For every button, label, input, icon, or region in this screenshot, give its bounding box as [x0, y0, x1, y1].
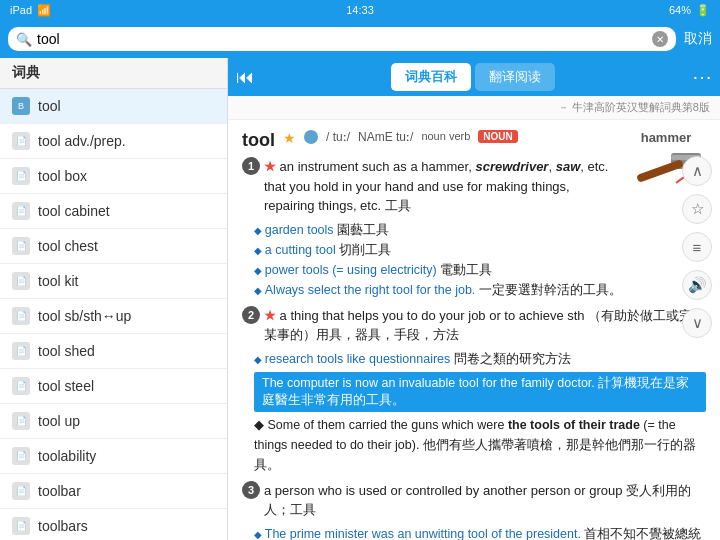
sidebar-items-container: Btool📄tool adv./prep.📄tool box📄tool cabi…: [0, 89, 227, 540]
sidebar-item-label-toolbars: toolbars: [38, 518, 88, 534]
def-row-2: 2 ★ a thing that helps you to do your jo…: [242, 306, 706, 345]
battery-icon: 🔋: [696, 4, 710, 17]
sidebar-item-icon-tool-chest: 📄: [12, 237, 30, 255]
svg-rect-2: [636, 159, 684, 183]
sidebar-item-icon-tool-up: 📄: [12, 412, 30, 430]
noun-badge: NOUN: [478, 130, 517, 143]
bullet-1-3: power tools (= using electricity) 電動工具: [242, 260, 706, 280]
def-star-1: ★: [264, 159, 276, 174]
sidebar-item-label-tool-steel: tool steel: [38, 378, 94, 394]
content-area: ⏮ 词典百科 翻译阅读 ⋯ － 牛津高阶英汉雙解詞典第8版 hammer: [228, 58, 720, 540]
audio-uk-icon[interactable]: [304, 130, 318, 144]
wifi-icon: 📶: [37, 4, 51, 17]
tab-dict[interactable]: 词典百科: [391, 63, 471, 91]
tab-group: 词典百科 翻译阅读: [391, 63, 555, 91]
sidebar-item-icon-tool: B: [12, 97, 30, 115]
sidebar-item-tool[interactable]: Btool: [0, 89, 227, 124]
entry-1-header: tool ★ / tuː/ NAmE tuː/ noun verb NOUN: [242, 130, 616, 151]
def-number-2: 2: [242, 306, 260, 324]
time-label: 14:33: [346, 4, 374, 16]
sidebar-item-icon-tool-shed: 📄: [12, 342, 30, 360]
sidebar-item-label-tool-up: tool up: [38, 413, 80, 429]
sidebar-item-tool-up[interactable]: 📄tool up: [0, 404, 227, 439]
list-button[interactable]: ≡: [682, 232, 712, 262]
status-right: 64% 🔋: [669, 4, 710, 17]
audio-button[interactable]: 🔊: [682, 270, 712, 300]
sidebar-item-icon-tool-kit: 📄: [12, 272, 30, 290]
sidebar-item-icon-toolbar: 📄: [12, 482, 30, 500]
sidebar-item-tool-steel[interactable]: 📄tool steel: [0, 369, 227, 404]
star-button[interactable]: ☆: [682, 194, 712, 224]
status-left: iPad 📶: [10, 4, 51, 17]
def-text-2: ★ a thing that helps you to do your job …: [264, 306, 706, 345]
sidebar-item-tool-chest[interactable]: 📄tool chest: [0, 229, 227, 264]
entry-1-word: tool: [242, 130, 275, 151]
bullet-1-1: garden tools 園藝工具: [242, 220, 706, 240]
sidebar-item-tool-adv[interactable]: 📄tool adv./prep.: [0, 124, 227, 159]
sidebar-item-label-tool-sbsthup: tool sb/sth↔up: [38, 308, 131, 324]
highlight-2-2: The computer is now an invaluable tool f…: [254, 372, 706, 412]
bullet-1-4: Always select the right tool for the job…: [242, 280, 706, 300]
def-text-3: a person who is used or controlled by an…: [264, 481, 706, 520]
battery-label: 64%: [669, 4, 691, 16]
sidebar-item-label-tool: tool: [38, 98, 61, 114]
bullet-2-3: ◆ Some of them carried the guns which we…: [242, 415, 706, 475]
sidebar-item-icon-tool-box: 📄: [12, 167, 30, 185]
carrier-label: iPad: [10, 4, 32, 16]
bullet-3-1: The prime minister was an unwitting tool…: [242, 524, 706, 541]
sidebar-item-icon-toolability: 📄: [12, 447, 30, 465]
status-bar: iPad 📶 14:33 64% 🔋: [0, 0, 720, 20]
sidebar-item-label-tool-kit: tool kit: [38, 273, 78, 289]
cancel-button[interactable]: 取消: [684, 30, 712, 48]
sidebar-item-toolability[interactable]: 📄toolability: [0, 439, 227, 474]
def-number-1: 1: [242, 157, 260, 175]
entry-1-pron-us: NAmE tuː/: [358, 130, 413, 144]
def-number-3: 3: [242, 481, 260, 499]
sidebar-header: 词典: [0, 58, 227, 89]
top-tabs-bar: ⏮ 词典百科 翻译阅读 ⋯: [228, 58, 720, 96]
clear-button[interactable]: ✕: [652, 31, 668, 47]
scroll-down-button[interactable]: ∨: [682, 308, 712, 338]
sidebar-item-label-tool-cabinet: tool cabinet: [38, 203, 110, 219]
main-layout: 词典 Btool📄tool adv./prep.📄tool box📄tool c…: [0, 58, 720, 540]
sidebar-item-icon-tool-adv: 📄: [12, 132, 30, 150]
sidebar-item-tool-cabinet[interactable]: 📄tool cabinet: [0, 194, 227, 229]
sidebar-item-label-toolability: toolability: [38, 448, 96, 464]
sidebar-item-icon-tool-steel: 📄: [12, 377, 30, 395]
tab-translate[interactable]: 翻译阅读: [475, 63, 555, 91]
sidebar-item-label-tool-shed: tool shed: [38, 343, 95, 359]
def-row-1: 1 ★ an instrument such as a hammer, scre…: [242, 157, 616, 216]
sidebar-item-label-toolbar: toolbar: [38, 483, 81, 499]
sidebar-item-label-tool-adv: tool adv./prep.: [38, 133, 126, 149]
hammer-label: hammer: [626, 130, 706, 145]
sidebar-item-toolbar[interactable]: 📄toolbar: [0, 474, 227, 509]
sidebar-item-icon-toolbars: 📄: [12, 517, 30, 535]
search-icon: 🔍: [16, 32, 32, 47]
sidebar-item-tool-box[interactable]: 📄tool box: [0, 159, 227, 194]
def-text-1: ★ an instrument such as a hammer, screwd…: [264, 157, 616, 216]
def-row-3: 3 a person who is used or controlled by …: [242, 481, 706, 520]
right-action-buttons: ∧ ☆ ≡ 🔊 ∨: [682, 156, 712, 338]
dict-source-1: － 牛津高阶英汉雙解詞典第8版: [228, 96, 720, 120]
scroll-up-button[interactable]: ∧: [682, 156, 712, 186]
sidebar-item-tool-shed[interactable]: 📄tool shed: [0, 334, 227, 369]
sidebar: 词典 Btool📄tool adv./prep.📄tool box📄tool c…: [0, 58, 228, 540]
more-icon[interactable]: ⋯: [692, 65, 712, 89]
sidebar-item-tool-kit[interactable]: 📄tool kit: [0, 264, 227, 299]
collapse-icon[interactable]: ⏮: [236, 67, 254, 88]
search-input[interactable]: [37, 31, 647, 47]
def-star-2: ★: [264, 308, 276, 323]
search-input-wrapper: 🔍 ✕: [8, 27, 676, 51]
sidebar-item-tool-sbsthup[interactable]: 📄tool sb/sth↔up: [0, 299, 227, 334]
bullet-1-2: a cutting tool 切削工具: [242, 240, 706, 260]
sidebar-item-label-tool-box: tool box: [38, 168, 87, 184]
bullet-2-1: research tools like questionnaires 問卷之類的…: [242, 349, 706, 369]
sidebar-item-icon-tool-cabinet: 📄: [12, 202, 30, 220]
dict-content: － 牛津高阶英汉雙解詞典第8版 hammer: [228, 96, 720, 540]
sidebar-item-toolbars[interactable]: 📄toolbars: [0, 509, 227, 540]
content-wrapper: － 牛津高阶英汉雙解詞典第8版 hammer: [228, 96, 720, 540]
entry-1-pos: noun verb: [421, 130, 470, 142]
entry-1-pron-uk: / tuː/: [326, 130, 350, 144]
sidebar-item-icon-tool-sbsthup: 📄: [12, 307, 30, 325]
entry-1-star: ★: [283, 130, 296, 146]
